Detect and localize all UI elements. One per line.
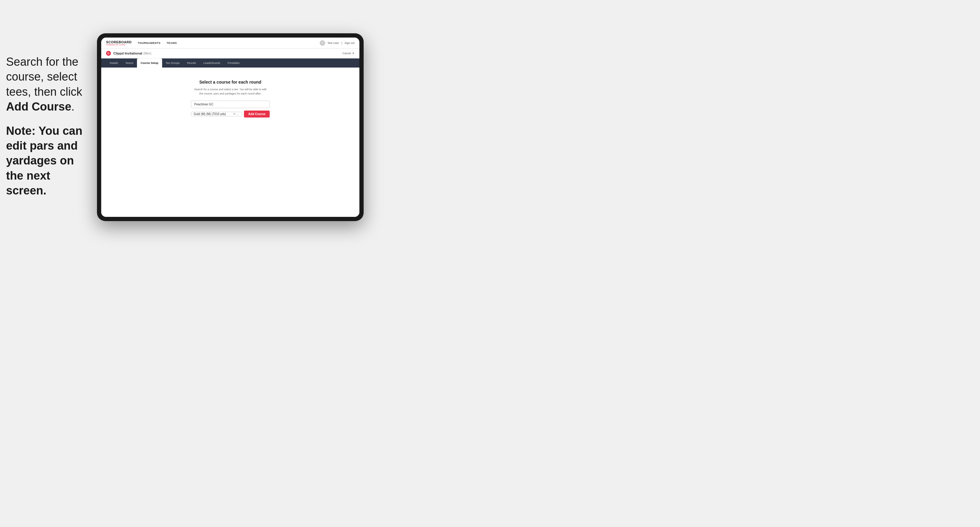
cancel-button[interactable]: Cancel ✕ (342, 52, 355, 55)
main-content: Select a course for each round Search fo… (101, 68, 360, 217)
tablet-device: SCOREBOARD Powered by clippd TOURNAMENTS… (97, 33, 364, 221)
tab-printables[interactable]: Printables (224, 59, 243, 68)
tournament-gender: (Men) (143, 52, 151, 55)
tab-details[interactable]: Details (106, 59, 122, 68)
logo: SCOREBOARD Powered by clippd (106, 40, 132, 46)
sign-out-link[interactable]: Sign out (345, 41, 355, 44)
logo-sub: Powered by clippd (106, 44, 126, 46)
tab-course-setup[interactable]: Course Setup (137, 59, 162, 68)
tab-teams[interactable]: Teams (122, 59, 137, 68)
tab-bar: Details Teams Course Setup Tee Groups Re… (101, 59, 360, 68)
course-search-input[interactable] (191, 100, 270, 108)
top-nav-links: TOURNAMENTS TEAMS (138, 41, 177, 44)
top-nav: SCOREBOARD Powered by clippd TOURNAMENTS… (101, 38, 360, 48)
nav-separator: | (342, 41, 342, 44)
tab-tee-groups[interactable]: Tee Groups (162, 59, 184, 68)
add-course-button[interactable]: Add Course (244, 111, 270, 117)
nav-link-tournaments[interactable]: TOURNAMENTS (138, 41, 160, 44)
tournament-icon: C (106, 51, 111, 56)
user-name: Test User (328, 41, 339, 44)
annotation-area: Search for the course, select tees, then… (6, 54, 91, 208)
course-form: Gold (M) (M) (7010 yds) ✕ ⌄ Add Course (191, 100, 270, 117)
tab-results[interactable]: Results (183, 59, 200, 68)
tee-chevron-icon[interactable]: ⌄ (237, 113, 239, 116)
tournament-header: C Clippd Invitational (Men) Cancel ✕ (101, 48, 360, 59)
tee-clear-button[interactable]: ✕ (232, 112, 237, 116)
user-avatar: T (320, 40, 325, 46)
tablet-screen: SCOREBOARD Powered by clippd TOURNAMENTS… (101, 38, 360, 217)
annotation-line2: Note: You can edit pars and yardages on … (6, 124, 91, 198)
top-nav-right: T Test User | Sign out (320, 40, 355, 46)
annotation-line1: Search for the course, select tees, then… (6, 54, 91, 114)
annotation-bold: Add Course (6, 100, 71, 113)
nav-link-teams[interactable]: TEAMS (167, 41, 177, 44)
section-title: Select a course for each round (199, 79, 261, 84)
tee-select-wrapper: Gold (M) (M) (7010 yds) ✕ ⌄ (191, 112, 242, 116)
tee-select-value: Gold (M) (M) (7010 yds) (194, 113, 232, 116)
tab-leaderboards[interactable]: Leaderboards (200, 59, 224, 68)
tournament-title: Clippd Invitational (113, 51, 142, 55)
section-description: Search for a course and select a tee. Yo… (194, 87, 267, 96)
